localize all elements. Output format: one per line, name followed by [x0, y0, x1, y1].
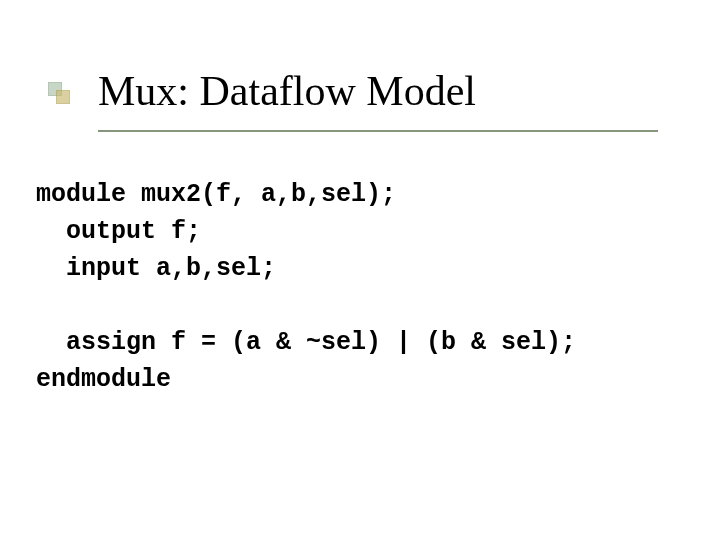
code-line: endmodule — [36, 365, 171, 394]
title-row: Mux: Dataflow Model — [48, 68, 680, 114]
code-line: output f; — [36, 217, 201, 246]
code-line: assign f = (a & ~sel) | (b & sel); — [36, 328, 576, 357]
code-line: module mux2(f, a,b,sel); — [36, 180, 396, 209]
title-bullet-icon — [48, 82, 70, 104]
slide: Mux: Dataflow Model module mux2(f, a,b,s… — [0, 0, 720, 540]
code-line: input a,b,sel; — [36, 254, 276, 283]
title-underline — [98, 130, 658, 132]
slide-title: Mux: Dataflow Model — [98, 68, 680, 114]
code-block: module mux2(f, a,b,sel); output f; input… — [36, 176, 696, 398]
